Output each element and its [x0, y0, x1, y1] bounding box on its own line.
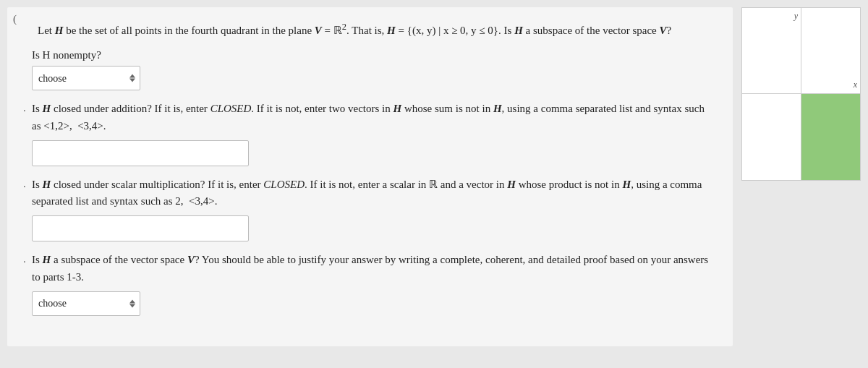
intro-text5: a subspace of the vector space: [523, 25, 660, 36]
q4-select[interactable]: choose Yes No: [33, 292, 140, 315]
q3-text: Is H closed under scalar multiplication?…: [32, 176, 715, 210]
dot-4: .: [23, 253, 26, 265]
intro-H2: H: [387, 25, 396, 36]
q4-text: Is H a subspace of the vector space V? Y…: [32, 252, 715, 286]
dot-2: .: [23, 102, 26, 114]
q1-text2: nonempty?: [50, 49, 101, 61]
grid-cell-bottom-left: [742, 94, 801, 180]
intro-V2: V: [659, 25, 666, 36]
intro-text4: = {(x, y) | x ≥ 0, y ≤ 0}. Is: [396, 25, 514, 36]
q1-text1: Is: [32, 49, 43, 61]
q3-H1: H: [43, 179, 51, 190]
grid-cell-bottom-right: [801, 94, 860, 180]
grid-top-row: y x: [741, 7, 861, 94]
intro-text6: ?: [667, 25, 672, 36]
sub-question-4: . Is H a subspace of the vector space V?…: [32, 252, 715, 316]
intro-V1: V: [315, 25, 322, 36]
grid-cell-top-left: y: [742, 8, 801, 93]
intro-text3: = ℝ2. That is,: [322, 25, 387, 36]
q4-H1: H: [43, 254, 51, 265]
grid-label-x: x: [854, 80, 857, 90]
main-content: ( Let H be the set of all points in the …: [7, 7, 733, 346]
paren-left: (: [13, 13, 17, 25]
intro-text2: be the set of all points in the fourth q…: [63, 25, 314, 36]
q2-text: Is H closed under addition? If it is, en…: [32, 100, 715, 134]
q4-select-wrapper[interactable]: choose Yes No: [32, 291, 140, 316]
nonempty-select[interactable]: choose Yes No: [33, 67, 140, 90]
q3-H2: H: [507, 179, 516, 190]
intro-H1: H: [55, 25, 64, 36]
intro-H3: H: [514, 25, 523, 36]
q3-input[interactable]: [32, 215, 249, 241]
problem-intro: Let H be the set of all points in the fo…: [38, 20, 715, 39]
sub-question-3: . Is H closed under scalar multiplicatio…: [32, 176, 715, 242]
q4-V: V: [187, 254, 195, 265]
q2-input[interactable]: [32, 140, 249, 166]
dot-3: .: [23, 178, 26, 190]
sub-question-1: Is H nonempty? choose Yes No: [32, 49, 715, 90]
grid-cell-top-right: x: [801, 8, 860, 93]
sub-question-2: . Is H closed under addition? If it is, …: [32, 100, 715, 166]
q2-H2: H: [393, 103, 402, 114]
q2-H3: H: [493, 103, 502, 114]
grid-label-y: y: [794, 11, 798, 22]
grid-bottom-row: [741, 94, 861, 181]
intro-text1: Let: [38, 25, 55, 36]
page-container: ( Let H be the set of all points in the …: [7, 7, 861, 346]
q3-H3: H: [622, 179, 631, 190]
q2-H1: H: [43, 103, 51, 114]
select-wrapper[interactable]: choose Yes No: [32, 66, 140, 90]
q1-H: H: [43, 49, 51, 61]
q1-label: Is H nonempty?: [32, 49, 715, 61]
grid-panel: y x: [741, 7, 861, 346]
